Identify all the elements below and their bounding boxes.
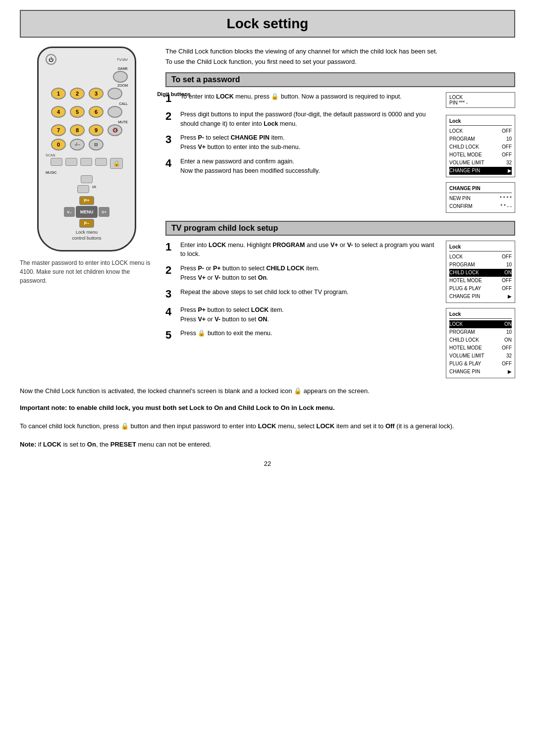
remote-control: ⏻ TV/AV GAME ZOOM 1 2 3 CALL 4 <box>37 47 136 252</box>
section2-steps: 1 Enter into LOCK menu. Highlight PROGRA… <box>165 241 440 378</box>
p-minus-button[interactable]: P– <box>79 219 94 228</box>
step1-text: To enter into LOCK menu, press 🔒 button.… <box>180 92 402 105</box>
lock-screen3: Lock LOCKON PROGRAM10 CHILD LOCKON HOTEL… <box>446 308 515 378</box>
s2-step3-text: Repeat the above steps to set child lock… <box>180 288 349 301</box>
ls2-row6: CHANGE PIN▶ <box>449 293 512 301</box>
s2-step1: 1 Enter into LOCK menu. Highlight PROGRA… <box>165 241 440 259</box>
lock-button[interactable]: 🔒 <box>110 158 123 169</box>
section2-header: TV program child lock setup <box>165 221 515 236</box>
ls3-row1: LOCKON <box>449 320 512 328</box>
step3-num: 3 <box>165 133 176 152</box>
lock-screen1-row2: PROGRAM10 <box>449 135 512 143</box>
prev-button[interactable] <box>95 158 107 166</box>
preset-note: Note: if LOCK is set to On, the PRESET m… <box>20 440 515 450</box>
btn-7[interactable]: 7 <box>51 124 66 136</box>
step1: 1 To enter into LOCK menu, press 🔒 butto… <box>165 92 440 105</box>
mute-button[interactable]: 🔇 <box>107 124 122 136</box>
menu-button[interactable]: MENU <box>76 206 98 218</box>
lock-screen1-row1: LOCKOFF <box>449 127 512 135</box>
s2-step4-num: 4 <box>165 305 176 324</box>
zoom-button[interactable] <box>107 88 122 100</box>
step2-num: 2 <box>165 110 176 129</box>
step4-num: 4 <box>165 157 176 176</box>
lock-screen1-row5: VOLUME LIMIT32 <box>449 159 512 167</box>
step4-text: Enter a new password and confirm again.N… <box>180 157 320 176</box>
v-plus-button[interactable]: V+ <box>99 207 109 217</box>
tv-av-label: TV/AV <box>116 57 128 62</box>
s2-step4: 4 Press P+ button to select LOCK item.Pr… <box>165 305 440 324</box>
btn-8[interactable]: 8 <box>70 124 85 136</box>
btn-9[interactable]: 9 <box>89 124 104 136</box>
s2-step3: 3 Repeat the above steps to set child lo… <box>165 288 440 301</box>
scan-button[interactable] <box>51 158 62 166</box>
v-minus-button[interactable]: V– <box>64 207 75 217</box>
ls2-row4: HOTEL MODEOFF <box>449 277 512 285</box>
intro-text: The Child Lock function blocks the viewi… <box>165 47 515 67</box>
game-label: GAME <box>46 67 128 70</box>
lock-screen1-title: Lock <box>449 117 512 126</box>
bottom-note1: Now the Child Lock function is activated… <box>20 386 515 397</box>
s2-step2-num: 2 <box>165 264 176 283</box>
btn-3[interactable]: 3 <box>89 88 104 100</box>
ls2-row3: CHILD LOCKON <box>449 269 512 277</box>
step2-text: Press digit buttons to input the passwor… <box>180 110 440 129</box>
s2-step5-text: Press 🔒 button to exit the menu. <box>180 329 272 342</box>
music-label: MUSIC <box>46 171 128 174</box>
s2-step2: 2 Press P- or P+ button to select CHILD … <box>165 264 440 283</box>
ls2-row2: PROGRAM10 <box>449 261 512 269</box>
play-button[interactable] <box>80 158 92 166</box>
dash-button[interactable]: -/-- <box>70 139 85 151</box>
p-plus-button[interactable]: P+ <box>79 196 94 205</box>
btn-1[interactable]: 1 <box>51 88 66 100</box>
btn-0[interactable]: 0 <box>51 139 66 151</box>
page-title: Lock setting <box>20 10 515 38</box>
ls3-row2: PROGRAM10 <box>449 328 512 336</box>
step3: 3 Press P- to select CHANGE PIN item.Pre… <box>165 133 440 152</box>
section1-screens: LOCK PIN *** - Lock LOCKOFF PROGRAM10 CH… <box>446 92 515 213</box>
lock-screen2-title: Lock <box>449 243 512 252</box>
digit-buttons-label: Digit buttons <box>157 91 191 97</box>
s2-step3-num: 3 <box>165 288 176 301</box>
lock-menu-label: Lock menucontrol buttons <box>46 230 128 241</box>
section1-steps: 1 To enter into LOCK menu, press 🔒 butto… <box>165 92 440 213</box>
ls2-row5: PLUG & PLAYOFF <box>449 285 512 293</box>
step2: 2 Press digit buttons to input the passw… <box>165 110 440 129</box>
lock-screen2: Lock LOCKOFF PROGRAM10 CHILD LOCKON HOTE… <box>446 241 515 303</box>
pin-line1: LOCK <box>449 95 512 100</box>
call-button[interactable] <box>107 106 122 118</box>
btn-6[interactable]: 6 <box>89 106 104 118</box>
page-number: 22 <box>20 460 515 467</box>
i-ii-label: I/II <box>92 185 96 193</box>
s2-step5: 5 Press 🔒 button to exit the menu. <box>165 329 440 342</box>
ls3-row7: CHANGE PIN▶ <box>449 368 512 376</box>
lock-screen3-title: Lock <box>449 310 512 319</box>
step4: 4 Enter a new password and confirm again… <box>165 157 440 176</box>
ls2-row1: LOCKOFF <box>449 253 512 261</box>
subtitle-button[interactable]: ⊟ <box>89 139 104 151</box>
zoom-label: ZOOM <box>46 84 128 87</box>
scan-label: SCAN <box>46 153 55 157</box>
important-note: Important note: to enable child lock, yo… <box>20 403 515 413</box>
power-button[interactable]: ⏻ <box>46 54 56 65</box>
rec-button[interactable] <box>65 158 77 166</box>
section2-screens: Lock LOCKOFF PROGRAM10 CHILD LOCKON HOTE… <box>446 241 515 378</box>
s2-step1-num: 1 <box>165 241 176 259</box>
change-pin-title: CHANGE PIN <box>449 185 512 193</box>
tv-av-button[interactable] <box>113 71 128 83</box>
call-label: CALL <box>46 102 128 105</box>
change-pin-row1: NEW PIN* * * * <box>449 195 512 202</box>
btn-4[interactable]: 4 <box>51 106 66 118</box>
cancel-note: To cancel child lock function, press 🔒 b… <box>20 421 515 432</box>
music-button[interactable] <box>81 175 93 183</box>
lock-screen1-row6: CHANGE PIN▶ <box>449 167 512 175</box>
btn-5[interactable]: 5 <box>70 106 85 118</box>
btn-2[interactable]: 2 <box>70 88 85 100</box>
pin-line2: PIN *** - <box>449 100 512 105</box>
i-ii-button[interactable] <box>77 185 89 193</box>
ls3-row6: PLUG & PLAYOFF <box>449 360 512 368</box>
s2-step2-text: Press P- or P+ button to select CHILD LO… <box>180 264 320 283</box>
section1-header: To set a password <box>165 72 515 87</box>
s2-step1-text: Enter into LOCK menu. Highlight PROGRAM … <box>180 241 440 259</box>
lock-screen1-row4: HOTEL MODEOFF <box>449 151 512 159</box>
lock-screen1: Lock LOCKOFF PROGRAM10 CHILD LOCKOFF HOT… <box>446 115 515 177</box>
